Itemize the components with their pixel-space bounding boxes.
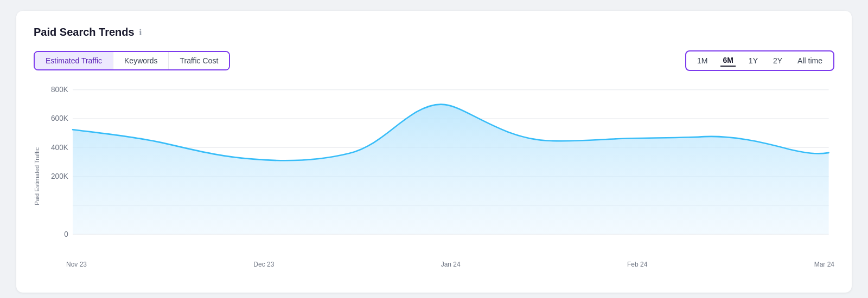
chart-area: Paid Estimated Traffic 800K 600K 400K 20… (34, 84, 834, 268)
svg-text:400K: 400K (51, 143, 68, 151)
tab-traffic-cost[interactable]: Traffic Cost (169, 52, 229, 69)
x-axis: Nov 23Dec 23Jan 24Feb 24Mar 24 (44, 257, 834, 268)
svg-text:0: 0 (64, 230, 68, 238)
x-axis-label: Dec 23 (253, 261, 274, 268)
card-header: Paid Search Trends ℹ (34, 26, 834, 38)
svg-text:600K: 600K (51, 114, 68, 122)
paid-search-trends-card: Paid Search Trends ℹ Estimated TrafficKe… (16, 11, 852, 293)
time-period-all-time[interactable]: All time (795, 55, 825, 66)
time-period-2y[interactable]: 2Y (771, 55, 784, 66)
x-axis-label: Jan 24 (441, 261, 461, 268)
time-period-group: 1M6M1Y2YAll time (685, 50, 834, 71)
controls-row: Estimated TrafficKeywordsTraffic Cost 1M… (34, 50, 834, 71)
svg-text:200K: 200K (51, 172, 68, 180)
y-axis-label: Paid Estimated Traffic (34, 147, 40, 205)
info-icon[interactable]: ℹ (139, 28, 142, 37)
x-axis-label: Mar 24 (814, 261, 834, 268)
svg-text:800K: 800K (51, 86, 68, 94)
chart-svg: 800K 600K 400K 200K 0 (44, 84, 834, 257)
tab-group: Estimated TrafficKeywordsTraffic Cost (34, 51, 230, 70)
x-axis-label: Feb 24 (627, 261, 647, 268)
card-title: Paid Search Trends (34, 26, 135, 38)
time-period-6m[interactable]: 6M (720, 55, 735, 67)
chart-inner: 800K 600K 400K 200K 0 (44, 84, 834, 268)
x-axis-label: Nov 23 (66, 261, 87, 268)
tab-estimated-traffic[interactable]: Estimated Traffic (35, 52, 113, 69)
time-period-1y[interactable]: 1Y (746, 55, 760, 66)
tab-keywords[interactable]: Keywords (113, 52, 169, 69)
time-period-1m[interactable]: 1M (695, 55, 710, 66)
